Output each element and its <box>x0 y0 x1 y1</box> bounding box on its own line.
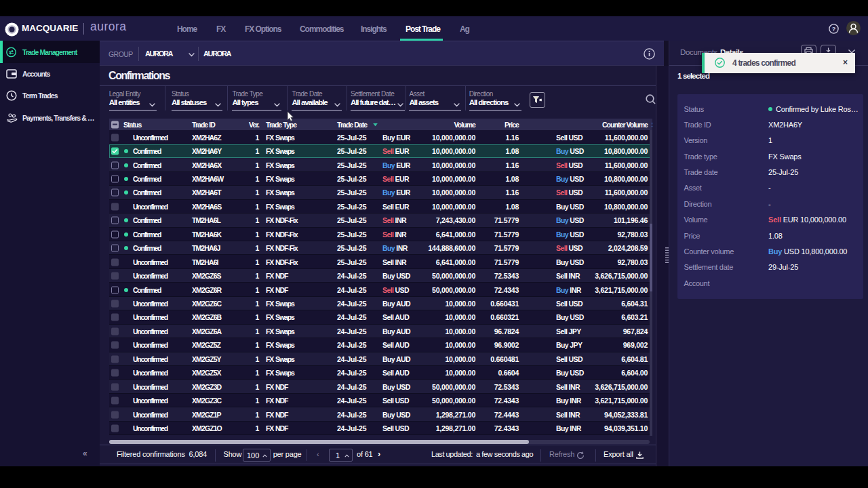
svg-text:?: ? <box>832 26 836 33</box>
